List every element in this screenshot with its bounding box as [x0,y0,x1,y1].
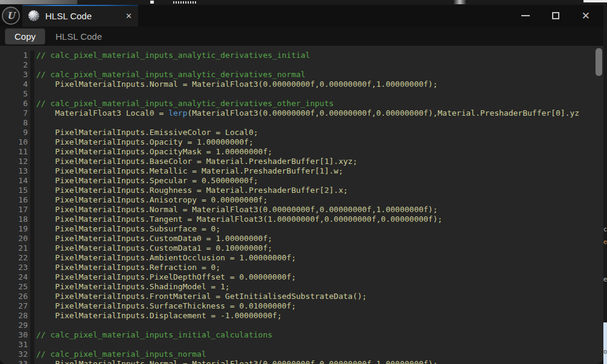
line-number: 19 [0,224,34,234]
code-line: 4 PixelMaterialInputs.Normal = MaterialF… [0,80,603,89]
minimize-button[interactable] [521,15,530,16]
code-line: 9 PixelMaterialInputs.EmissiveColor = Lo… [0,128,603,137]
line-number: 10 [0,137,34,147]
code-text: PixelMaterialInputs.Displacement = -1.00… [36,311,282,321]
vertical-scrollbar-thumb[interactable] [596,48,602,76]
code-text: PixelMaterialInputs.Subsurface = 0; [36,224,220,234]
background-window-right-strip: cl e e o [603,5,607,364]
line-number: 33 [0,359,34,364]
code-line: 6// calc_pixel_material_inputs_analytic_… [0,99,603,108]
code-line: 14 PixelMaterialInputs.Specular = 0.5000… [0,176,603,186]
code-text: PixelMaterialInputs.SurfaceThickness = 0… [36,301,296,311]
code-editor[interactable]: 1// calc_pixel_material_inputs_analytic_… [0,46,603,364]
line-number: 16 [0,195,34,205]
code-line: 23 PixelMaterialInputs.Refraction = 0; [0,263,603,272]
code-text: PixelMaterialInputs.FrontMaterial = GetI… [36,292,367,301]
line-number: 29 [0,321,34,330]
code-lines: 1// calc_pixel_material_inputs_analytic_… [0,51,603,364]
line-number: 4 [0,80,34,89]
tab-active-accent [22,5,138,6]
background-white-block [583,0,607,2]
line-number: 24 [0,272,34,282]
code-line: 29 [0,321,603,330]
code-line: 15 PixelMaterialInputs.Roughness = Mater… [0,186,603,195]
code-line: 12 PixelMaterialInputs.BaseColor = Mater… [0,157,603,166]
code-line: 22 PixelMaterialInputs.AmbientOcclusion … [0,253,603,263]
keyword-token: lerp [168,108,187,118]
tab-label: HLSL Code [45,11,92,21]
code-text: PixelMaterialInputs.Normal = MaterialFlo… [36,80,437,89]
copy-button[interactable]: Copy [5,28,45,45]
code-line: 16 PixelMaterialInputs.Anisotropy = 0.00… [0,195,603,205]
code-line: 19 PixelMaterialInputs.Subsurface = 0; [0,224,603,234]
code-line: 27 PixelMaterialInputs.SurfaceThickness … [0,301,603,311]
code-line: 25 PixelMaterialInputs.ShadingModel = 1; [0,282,603,292]
code-text: PixelMaterialInputs.Tangent = MaterialFl… [36,215,442,224]
code-text: PixelMaterialInputs.Normal = MaterialFlo… [36,359,437,364]
close-button[interactable]: ✕ [582,11,590,21]
line-number: 11 [0,147,34,157]
code-line: 17 PixelMaterialInputs.Normal = Material… [0,205,603,215]
code-text: PixelMaterialInputs.Opacity = 1.00000000… [36,137,253,147]
logo-glyph: U [7,10,14,21]
line-number: 13 [0,166,34,176]
line-number: 17 [0,205,34,215]
code-line: 30// calc_pixel_material_inputs_initial_… [0,330,603,340]
tab-close-icon[interactable]: ✕ [126,11,132,20]
title-bar: U HLSL Code ✕ ✕ [0,5,603,27]
code-line: 33 PixelMaterialInputs.Normal = Material… [0,359,603,364]
code-line: 10 PixelMaterialInputs.Opacity = 1.00000… [0,137,603,147]
code-text: PixelMaterialInputs.Metallic = Material.… [36,166,343,176]
material-sphere-icon [28,10,39,21]
code-line: 20 PixelMaterialInputs.CustomData0 = 1.0… [0,234,603,243]
line-number: 2 [0,60,34,70]
line-number: 12 [0,157,34,166]
tab-hlsl-code[interactable]: HLSL Code ✕ [22,5,138,27]
window-controls: ✕ [521,5,590,27]
code-line: 7 MaterialFloat3 Local0 = lerp(MaterialF… [0,108,603,118]
edge-blue-block: o [603,322,607,364]
code-text: PixelMaterialInputs.Normal = MaterialFlo… [36,205,437,215]
line-number: 31 [0,340,34,350]
line-number: 3 [0,70,34,80]
code-text: PixelMaterialInputs.BaseColor = Material… [36,157,357,166]
line-number: 23 [0,263,34,272]
code-text: // calc_pixel_material_inputs_analytic_d… [36,51,310,60]
code-text: PixelMaterialInputs.Specular = 0.5000000… [36,176,258,186]
code-text: // calc_pixel_material_inputs_normal [36,350,206,359]
panel-title: HLSL Code [56,31,102,42]
code-line: 32// calc_pixel_material_inputs_normal [0,350,603,359]
line-number: 26 [0,292,34,301]
code-line: 11 PixelMaterialInputs.OpacityMask = 1.0… [0,147,603,157]
code-line: 8 [0,118,603,128]
code-text: PixelMaterialInputs.ShadingModel = 1; [36,282,230,292]
maximize-button[interactable] [552,12,559,19]
code-text: // calc_pixel_material_inputs_analytic_d… [36,99,334,108]
line-number: 25 [0,282,34,292]
code-line: 3// calc_pixel_material_inputs_analytic_… [0,70,603,80]
line-number: 5 [0,89,34,99]
code-line: 28 PixelMaterialInputs.Displacement = -1… [0,311,603,321]
background-smudge [454,0,466,4]
line-number: 32 [0,350,34,359]
code-text: PixelMaterialInputs.Refraction = 0; [36,263,220,272]
line-number: 30 [0,330,34,340]
code-line: 1// calc_pixel_material_inputs_analytic_… [0,51,603,60]
line-number: 20 [0,234,34,243]
hlsl-code-window: U HLSL Code ✕ ✕ Copy HLSL Code 1// calc_… [0,5,603,364]
code-text: MaterialFloat3 Local0 = lerp(MaterialFlo… [36,108,579,118]
code-line: 21 PixelMaterialInputs.CustomData1 = 0.1… [0,243,603,253]
code-text: // calc_pixel_material_inputs_initial_ca… [36,330,272,340]
code-line: 18 PixelMaterialInputs.Tangent = Materia… [0,215,603,224]
line-number: 28 [0,311,34,321]
line-number: 7 [0,108,34,118]
code-line: 31 [0,340,603,350]
line-number: 8 [0,118,34,128]
edge-text-fragment: cl [603,226,607,233]
code-line: 24 PixelMaterialInputs.PixelDepthOffset … [0,272,603,282]
code-line: 26 PixelMaterialInputs.FrontMaterial = G… [0,292,603,301]
line-number: 27 [0,301,34,311]
edge-text-fragment: e [603,276,607,283]
code-text: PixelMaterialInputs.AmbientOcclusion = 1… [36,253,296,263]
line-number: 1 [0,51,34,60]
